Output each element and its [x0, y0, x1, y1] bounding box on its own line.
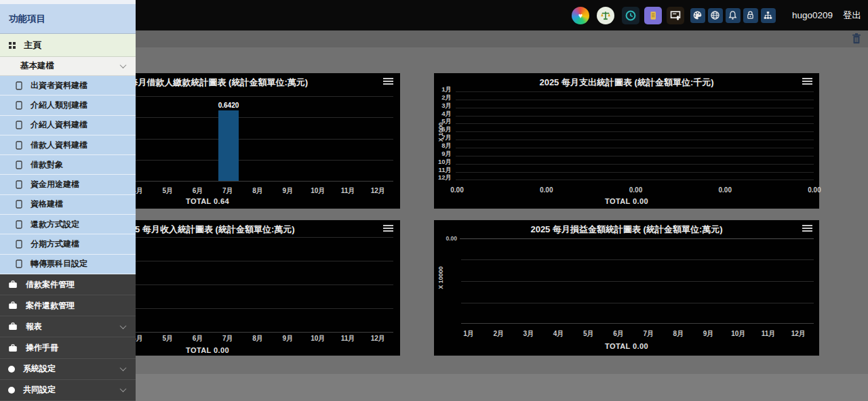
sidebar-group-common-settings[interactable]: 共同設定 [0, 380, 136, 401]
sidebar-item-label: 資金用途建檔 [31, 179, 79, 190]
sidebar-item-loan-case-management[interactable]: 借款案件管理 [0, 274, 136, 295]
colorful-logo-icon[interactable]: ♥ [572, 7, 589, 24]
axis-tick-label: 5月 [162, 334, 173, 343]
sidebar-item-label: 介紹人類別建檔 [31, 100, 87, 111]
gridline [456, 180, 814, 180]
palette-icon[interactable] [690, 8, 705, 23]
chevron-down-icon [120, 364, 127, 371]
logout-button[interactable]: 登出 [843, 9, 861, 22]
sidebar-group-label: 基本建檔 [20, 60, 54, 72]
sidebar-item-label: 借款案件管理 [26, 279, 75, 291]
gridline [461, 281, 814, 282]
sidebar-group-reports[interactable]: 報表 [0, 316, 136, 337]
briefcase-icon [8, 301, 18, 310]
header-right-cluster: ♥ [572, 0, 863, 30]
sidebar-item-label: 操作手冊 [26, 342, 58, 354]
axis-tick-label: 10月 [311, 334, 325, 343]
axis-tick-label: 7月 [222, 186, 233, 196]
trash-icon[interactable] [851, 33, 862, 45]
chevron-down-icon [120, 322, 127, 329]
lock-icon[interactable] [743, 8, 758, 23]
chart-panel-expenses: 2025 每月支出統計圖表 (統計金額單位:千元) X 1000 1月2月3月4… [434, 73, 819, 209]
sitemap-icon[interactable] [761, 8, 776, 23]
clock-glyph [625, 9, 637, 22]
sidebar-item-loan-target[interactable]: 借款對象 [0, 155, 136, 175]
gridline [456, 123, 814, 124]
sidebar-item-installment-method[interactable]: 分期方式建檔 [0, 234, 136, 254]
axis-tick-label: 7月 [222, 334, 233, 343]
form-icon [16, 259, 22, 268]
x-axis-ticks: 0.000.000.000.000.00 [434, 186, 819, 194]
chart-total-label: TOTAL 0.00 [434, 197, 819, 205]
axis-tick-label: 1月 [463, 329, 474, 339]
sidebar-title: 功能項目 [0, 4, 136, 34]
axis-tick-label: 7月 [643, 329, 654, 339]
sidebar-group-basic-setup[interactable]: 基本建檔 [0, 57, 136, 76]
gridline [456, 140, 814, 140]
username-label[interactable]: hugo0209 [792, 10, 833, 20]
sidebar-item-manual[interactable]: 操作手冊 [0, 337, 136, 358]
sidebar-item-fund-usage[interactable]: 資金用途建檔 [0, 175, 136, 194]
axis-tick-label: 4月 [553, 329, 564, 339]
axis-tick-label: 10月 [731, 329, 745, 339]
presentation-app-icon[interactable] [667, 7, 684, 24]
sidebar-item-label: 資格建檔 [31, 198, 63, 210]
axis-tick-label: 11月 [341, 334, 355, 343]
axis-tick-label: 5月 [583, 329, 594, 339]
bar-july [218, 110, 239, 181]
bell-glyph [728, 10, 738, 20]
axis-tick-label: 8月 [252, 334, 263, 343]
sidebar-item-label: 借款人資料建檔 [31, 140, 87, 151]
sidebar-item-repayment-method[interactable]: 還款方式設定 [0, 215, 136, 234]
briefcase-icon [8, 344, 18, 352]
form-icon [16, 240, 22, 249]
presentation-glyph [669, 9, 682, 22]
axis-tick-label: 11月 [762, 329, 776, 339]
sidebar-group-system-settings[interactable]: 系統設定 [0, 359, 136, 380]
zero-value-line [460, 238, 814, 239]
bell-icon[interactable] [726, 8, 741, 23]
sidebar-item-label: 主頁 [24, 39, 41, 51]
chart-menu-icon[interactable] [383, 225, 393, 233]
x-axis-ticks: 1月2月3月4月5月6月7月8月9月10月11月12月 [434, 329, 819, 337]
form-icon [16, 220, 22, 229]
circle-icon [8, 366, 15, 373]
sidebar-item-voucher-subject[interactable]: 轉傳票科目設定 [0, 255, 136, 274]
axis-tick-label: 10月 [311, 186, 325, 196]
y-axis-zero-label: 0.00 [439, 235, 457, 242]
axis-tick-label: 0.00 [540, 186, 553, 194]
sidebar-item-label: 分期方式建檔 [31, 238, 79, 250]
chart-menu-icon[interactable] [802, 225, 812, 233]
axis-tick-label: 11月 [341, 186, 355, 196]
axis-tick-label: 12月 [371, 186, 385, 196]
sidebar-item-home[interactable]: 主頁 [0, 34, 136, 57]
axis-tick-label: 9月 [703, 329, 714, 339]
clock-app-icon[interactable] [622, 7, 639, 24]
gridline [456, 108, 814, 108]
sidebar-item-label: 案件還款管理 [26, 300, 75, 312]
globe-icon[interactable] [708, 8, 723, 23]
circle-icon [8, 387, 15, 394]
sidebar-item-introducer-data[interactable]: 介紹人資料建檔 [0, 116, 136, 135]
sidebar-item-label: 報表 [26, 321, 42, 333]
sidebar-item-introducer-category[interactable]: 介紹人類別建檔 [0, 96, 136, 115]
axis-tick-label: 0.00 [808, 186, 821, 194]
sidebar-item-borrower-data[interactable]: 借款人資料建檔 [0, 135, 136, 155]
grid-icon [8, 41, 16, 49]
gridline [456, 172, 814, 173]
gridline [456, 148, 814, 148]
sidebar-item-investor-data[interactable]: 出資者資料建檔 [0, 76, 136, 96]
form-icon [16, 141, 22, 150]
y-axis-multiplier: X 10000 [437, 257, 444, 298]
form-icon [16, 81, 22, 90]
lock-glyph [745, 10, 755, 20]
briefcase-icon [8, 280, 18, 289]
axis-tick-label: 12月 [791, 329, 806, 339]
chart-menu-icon[interactable] [383, 78, 393, 86]
scales-app-icon[interactable] [597, 7, 614, 24]
sidebar-item-case-repayment-management[interactable]: 案件還款管理 [0, 295, 136, 316]
gridline [461, 259, 814, 260]
scroll-app-icon[interactable] [644, 7, 662, 24]
form-icon [16, 101, 22, 110]
sidebar-item-qualification[interactable]: 資格建檔 [0, 195, 136, 215]
